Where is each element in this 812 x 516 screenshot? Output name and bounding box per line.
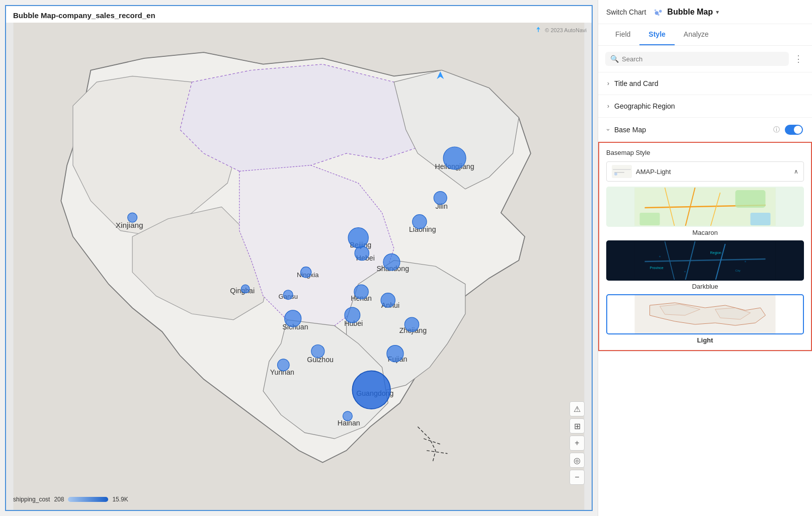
- legend-min: 208: [54, 496, 64, 503]
- chart-name: Bubble Map: [667, 8, 713, 17]
- accordion-title-card-header[interactable]: › Title and Card: [598, 72, 812, 95]
- map-compass-btn[interactable]: ◎: [570, 453, 585, 468]
- svg-point-73: [745, 261, 746, 263]
- base-map-label: Base Map: [614, 126, 768, 134]
- top-bar: Switch Chart Bubble Map ▾: [598, 0, 812, 24]
- map-credit: © 2023 AutoNavi: [534, 26, 587, 35]
- legend-gradient: [68, 497, 108, 502]
- svg-point-37: [381, 293, 395, 307]
- svg-text:City: City: [736, 269, 741, 272]
- basemap-option-darkblue[interactable]: Province Region City Darkblue: [606, 240, 804, 290]
- light-label: Light: [606, 336, 804, 344]
- legend-field-label: shipping_cost: [13, 496, 50, 503]
- map-legend: shipping_cost 208 15.9K: [13, 496, 128, 503]
- basemap-option-macaron[interactable]: Macaron: [606, 187, 804, 236]
- base-map-toggle[interactable]: [785, 125, 803, 135]
- svg-point-36: [443, 147, 466, 169]
- svg-point-35: [434, 192, 447, 205]
- svg-rect-59: [736, 190, 766, 208]
- geographic-region-label: Geographic Region: [614, 102, 803, 110]
- accordion-geographic-region-header[interactable]: › Geographic Region: [598, 95, 812, 117]
- light-preview: [607, 295, 803, 334]
- map-expand-btn[interactable]: ⊞: [570, 418, 585, 434]
- light-thumb: [606, 294, 804, 334]
- switch-chart-label: Switch Chart: [606, 8, 646, 16]
- darkblue-thumb: Province Region City: [606, 240, 804, 281]
- tab-field[interactable]: Field: [606, 24, 639, 45]
- accordion-base-map-header[interactable]: › Base Map ⓘ: [598, 118, 812, 142]
- basemap-style-title: Basemap Style: [606, 149, 804, 156]
- svg-point-38: [404, 317, 419, 331]
- svg-rect-60: [640, 213, 660, 225]
- svg-point-24: [283, 290, 293, 300]
- basemap-style-section: Basemap Style AMAP-Light ∧: [598, 142, 812, 351]
- svg-point-39: [387, 346, 403, 362]
- toggle-knob: [794, 126, 802, 134]
- darkblue-preview: Province Region City: [607, 241, 803, 281]
- svg-point-52: [614, 173, 617, 176]
- svg-point-28: [311, 345, 324, 358]
- svg-text:Region: Region: [710, 251, 721, 255]
- macaron-label: Macaron: [606, 229, 804, 236]
- svg-point-25: [301, 267, 311, 278]
- basemap-option-light[interactable]: Light: [606, 294, 804, 344]
- search-input[interactable]: [622, 55, 784, 63]
- legend-max: 15.9K: [112, 496, 128, 503]
- svg-point-72: [684, 271, 686, 273]
- svg-point-22: [128, 213, 137, 222]
- basemap-selected-thumb: [612, 165, 632, 178]
- title-card-label: Title and Card: [614, 79, 803, 88]
- map-container: Bubble Map-company_sales_record_en: [5, 5, 593, 511]
- svg-point-33: [348, 228, 368, 248]
- svg-marker-43: [537, 27, 541, 29]
- svg-point-71: [659, 256, 661, 257]
- tab-style[interactable]: Style: [639, 24, 674, 45]
- base-map-info-icon[interactable]: ⓘ: [773, 125, 780, 134]
- autonavi-icon: [534, 26, 543, 35]
- darkblue-label: Darkblue: [606, 283, 804, 290]
- more-options-btn[interactable]: ⋮: [792, 53, 805, 64]
- macaron-thumb: [606, 187, 804, 227]
- tab-analyze[interactable]: Analyze: [675, 24, 718, 45]
- svg-point-26: [285, 310, 301, 327]
- map-svg: Xinjiang Qinghai Gansu Ningxia Sichuan Y…: [6, 23, 592, 510]
- basemap-collapse-arrow-icon: ∧: [794, 168, 798, 175]
- map-zoom-in-btn[interactable]: +: [570, 436, 585, 451]
- base-map-arrow-icon: ›: [605, 129, 612, 131]
- tabs-bar: Field Style Analyze: [598, 24, 812, 46]
- svg-text:Xinjiang: Xinjiang: [116, 221, 143, 229]
- svg-point-32: [383, 254, 400, 271]
- map-viewport: Xinjiang Qinghai Gansu Ningxia Sichuan Y…: [6, 23, 592, 510]
- svg-point-30: [354, 285, 368, 299]
- svg-point-23: [241, 285, 250, 293]
- svg-point-41: [343, 411, 352, 421]
- accordion-title-card: › Title and Card: [598, 72, 812, 95]
- search-icon: 🔍: [610, 55, 619, 63]
- geographic-region-arrow-icon: ›: [607, 103, 609, 110]
- basemap-selector-dropdown[interactable]: AMAP-Light ∧: [606, 161, 804, 182]
- search-bar: 🔍 ⋮: [598, 46, 812, 72]
- svg-rect-44: [538, 29, 539, 32]
- chart-selector[interactable]: Bubble Map ▾: [653, 7, 719, 18]
- svg-point-40: [352, 371, 390, 409]
- svg-rect-49: [612, 165, 632, 178]
- svg-point-48: [655, 9, 657, 11]
- amap-light-thumb: [612, 165, 632, 178]
- svg-point-46: [659, 10, 662, 13]
- accordion-geographic-region: › Geographic Region: [598, 95, 812, 118]
- map-panel: Bubble Map-company_sales_record_en: [0, 0, 598, 516]
- svg-rect-50: [613, 169, 631, 170]
- chart-dropdown-arrow: ▾: [716, 9, 719, 16]
- svg-point-29: [345, 307, 360, 323]
- macaron-preview: [607, 188, 803, 227]
- right-panel: Switch Chart Bubble Map ▾ Field Style An…: [598, 0, 812, 516]
- map-zoom-out-btn[interactable]: −: [570, 470, 585, 485]
- svg-text:Province: Province: [650, 266, 664, 270]
- svg-point-47: [658, 14, 660, 16]
- svg-point-34: [413, 215, 427, 229]
- svg-point-27: [277, 359, 289, 371]
- svg-point-31: [355, 246, 369, 260]
- accordion-base-map: › Base Map ⓘ Basemap Style A: [598, 118, 812, 352]
- basemap-options-list: Macaron Provin: [606, 187, 804, 344]
- map-warning-btn[interactable]: ⚠: [570, 401, 585, 416]
